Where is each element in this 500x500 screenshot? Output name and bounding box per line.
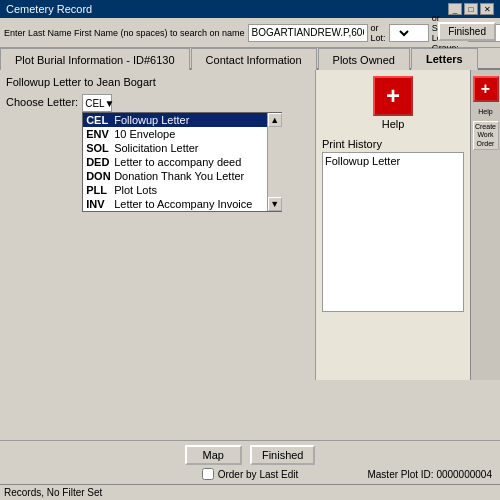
- master-plot-label: Master Plot ID: 0000000004: [367, 469, 492, 480]
- status-text: Records, No Filter Set: [4, 487, 102, 498]
- finished-bottom-button[interactable]: Finished: [250, 445, 316, 465]
- help-label: Help: [382, 118, 405, 130]
- print-history-value: Followup Letter: [325, 155, 400, 167]
- finished-top-button[interactable]: Finished: [438, 22, 496, 41]
- letter-item-env[interactable]: ENV 10 Envelope: [83, 127, 267, 141]
- lot-combo[interactable]: [389, 24, 429, 42]
- choose-letter-label: Choose Letter:: [6, 94, 78, 108]
- maximize-button[interactable]: □: [464, 3, 478, 15]
- scroll-down-button[interactable]: ▼: [268, 197, 282, 211]
- tab-letters[interactable]: Letters: [411, 48, 478, 70]
- letter-select-box[interactable]: CEL ▼: [82, 94, 112, 112]
- search-input[interactable]: [248, 24, 368, 42]
- help-box: + Help: [322, 76, 464, 130]
- status-bar: Records, No Filter Set: [0, 484, 500, 500]
- title-bar-text: Cemetery Record: [6, 3, 92, 15]
- letter-item-don[interactable]: DON Donation Thank You Letter: [83, 169, 267, 183]
- letter-dropdown-arrow: ▼: [105, 98, 115, 109]
- far-help-icon[interactable]: +: [473, 76, 499, 102]
- order-checkbox-row: Order by Last Edit: [202, 468, 299, 480]
- lot-select[interactable]: [392, 27, 412, 39]
- title-bar: Cemetery Record _ □ ✕: [0, 0, 500, 18]
- tab-bar: Plot Burial Information - ID#6130 Contac…: [0, 48, 500, 70]
- letter-item-cel[interactable]: CEL Followup Letter: [83, 113, 267, 127]
- tab-contact[interactable]: Contact Information: [191, 48, 317, 70]
- followup-label: Followup Letter to Jean Bogart: [6, 76, 309, 88]
- letter-item-sol[interactable]: SOL Solicitation Letter: [83, 141, 267, 155]
- left-panel: Followup Letter to Jean Bogart Choose Le…: [0, 70, 315, 380]
- map-button[interactable]: Map: [185, 445, 242, 465]
- letter-dropdown-list: CEL Followup Letter ENV 10 Envelope SOL …: [82, 112, 282, 212]
- scroll-up-button[interactable]: ▲: [268, 113, 282, 127]
- letter-combo-container: CEL ▼ CEL Followup Letter ENV: [82, 94, 112, 112]
- search-bar: Enter Last Name First Name (no spaces) t…: [0, 18, 500, 48]
- letter-item-ded[interactable]: DED Letter to accompany deed: [83, 155, 267, 169]
- right-panel: + Help Print History Followup Letter: [315, 70, 470, 380]
- help-icon[interactable]: +: [373, 76, 413, 116]
- far-right-panel: + Help Create Work Order: [470, 70, 500, 380]
- close-button[interactable]: ✕: [480, 3, 494, 15]
- dropdown-vscroll: ▲ ▼: [267, 113, 281, 211]
- dropdown-items: CEL Followup Letter ENV 10 Envelope SOL …: [83, 113, 267, 211]
- print-history-box: Followup Letter: [322, 152, 464, 312]
- bottom-buttons: Map Finished: [185, 445, 316, 465]
- or-lot-label: or Lot:: [371, 23, 386, 43]
- letter-selected-code: CEL: [85, 98, 104, 109]
- main-content-area: Followup Letter to Jean Bogart Choose Le…: [0, 70, 500, 380]
- scroll-track: [268, 127, 282, 197]
- choose-letter-row: Choose Letter: CEL ▼ CEL Followup Letter: [6, 94, 309, 112]
- order-checkbox[interactable]: [202, 468, 214, 480]
- tab-plots-owned[interactable]: Plots Owned: [318, 48, 410, 70]
- order-label: Order by Last Edit: [218, 469, 299, 480]
- print-history-label: Print History: [322, 138, 464, 150]
- search-label: Enter Last Name First Name (no spaces) t…: [4, 28, 245, 38]
- letter-item-inv[interactable]: INV Letter to Accompany Invoice: [83, 197, 267, 211]
- tab-plot-burial[interactable]: Plot Burial Information - ID#6130: [0, 48, 190, 70]
- far-help-label: Help: [478, 108, 492, 115]
- letter-item-pll[interactable]: PLL Plot Lots: [83, 183, 267, 197]
- print-history-section: Print History Followup Letter: [322, 138, 464, 312]
- dropdown-scrollbar: CEL Followup Letter ENV 10 Envelope SOL …: [83, 113, 281, 211]
- bottom-bar: Map Finished Order by Last Edit Master P…: [0, 440, 500, 484]
- create-work-order-button[interactable]: Create Work Order: [473, 121, 499, 150]
